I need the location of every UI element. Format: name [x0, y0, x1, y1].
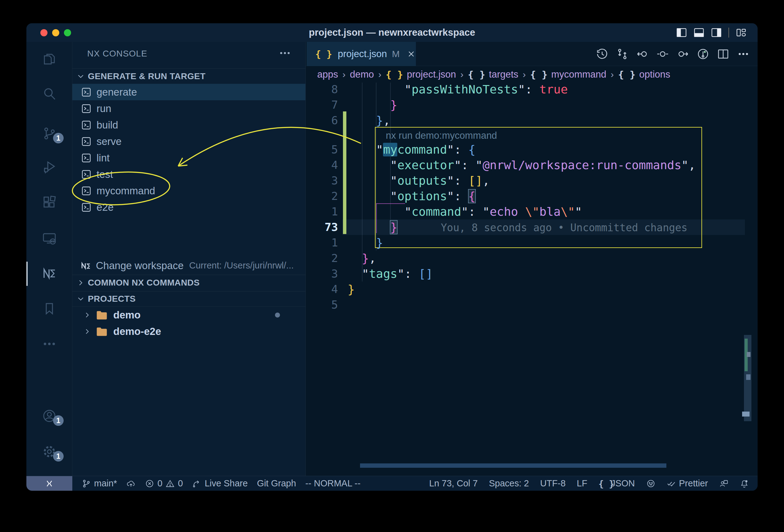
sidebar-item-e2e[interactable]: e2e	[72, 199, 305, 216]
code-line[interactable]: 4}	[306, 282, 758, 297]
sync-status[interactable]	[126, 479, 136, 488]
section-generate-run-target[interactable]: GENERATE & RUN TARGET	[72, 68, 305, 84]
code-line[interactable]: 5	[306, 297, 758, 313]
tab-project-json[interactable]: { } project.json M	[307, 42, 416, 66]
code-line[interactable]: 8 "passWithNoTests": true	[306, 83, 758, 97]
run-target-icon[interactable]	[697, 48, 709, 60]
sidebar-item-generate[interactable]: generate	[72, 84, 305, 100]
indentation[interactable]: Spaces: 2	[489, 478, 529, 488]
split-editor-icon[interactable]	[717, 48, 729, 60]
bell-dot-icon	[739, 479, 749, 488]
breadcrumb-item-project.json[interactable]: { }project.json	[386, 69, 456, 80]
code-line[interactable]: 2 },	[306, 250, 758, 266]
indentation-label: Spaces: 2	[489, 478, 529, 488]
project-item-label: demo	[113, 309, 141, 321]
toggle-sidebar-icon[interactable]	[676, 28, 687, 37]
json-file-icon: { }	[315, 49, 332, 60]
cursor-position[interactable]: Ln 73, Col 7	[429, 478, 478, 488]
sidebar-more-actions-icon[interactable]	[279, 48, 290, 59]
horizontal-scrollbar[interactable]	[360, 464, 666, 468]
git-compare-icon[interactable]	[616, 48, 628, 60]
editor-more-actions-icon[interactable]	[737, 48, 750, 60]
git-branch-status[interactable]: main*	[82, 478, 117, 488]
previous-change-icon[interactable]	[636, 48, 649, 60]
sidebar-item-label: build	[96, 119, 118, 131]
code-line[interactable]: 3 "tags": []	[306, 266, 758, 282]
scm-badge: 1	[53, 133, 64, 143]
remote-indicator[interactable]	[26, 476, 72, 491]
project-item-demo[interactable]: demo	[72, 307, 305, 323]
sidebar-item-lint[interactable]: lint	[72, 149, 305, 166]
prettier-status[interactable]: Prettier	[667, 478, 708, 488]
breadcrumb-item-apps[interactable]: apps	[317, 69, 338, 80]
code-line[interactable]: 73 }You, 8 seconds ago • Uncommitted cha…	[306, 219, 758, 235]
explorer-icon[interactable]	[26, 44, 72, 74]
git-branch-status-label: main*	[94, 478, 117, 488]
accounts-icon[interactable]: 1	[26, 401, 72, 431]
code-line[interactable]: 6 },	[306, 113, 758, 128]
breadcrumb-separator: ›	[611, 69, 614, 80]
close-tab-icon[interactable]	[407, 49, 416, 59]
code-line[interactable]: 5 "mycommand": {	[306, 142, 758, 157]
section-projects[interactable]: PROJECTS	[72, 291, 305, 307]
json-symbol-icon: { }	[618, 69, 636, 80]
code-line[interactable]: 1 }	[306, 235, 758, 250]
language-mode[interactable]: { }JSON	[598, 478, 635, 488]
eol-sequence-label: LF	[577, 478, 587, 488]
code-line[interactable]: 7 }	[306, 97, 758, 113]
timeline-icon[interactable]	[596, 48, 608, 60]
settings-gear-icon[interactable]: 1	[26, 437, 72, 467]
section-label: COMMON NX COMMANDS	[88, 278, 200, 288]
sidebar-item-test[interactable]: test	[72, 166, 305, 183]
sidebar-item-run[interactable]: run	[72, 100, 305, 117]
nx-console-icon[interactable]	[26, 258, 72, 288]
code-editor[interactable]: nx run demo:mycommand 8 "passWithNoTests…	[306, 83, 758, 476]
project-item-label: demo-e2e	[113, 326, 161, 337]
code-line[interactable]: 2 "options": {	[306, 188, 758, 204]
breadcrumb-item-mycommand[interactable]: { }mycommand	[530, 69, 606, 80]
sidebar-item-label: run	[96, 103, 111, 115]
breadcrumb-item-demo[interactable]: demo	[350, 69, 374, 80]
line-text: "passWithNoTests": true	[347, 83, 568, 97]
project-item-demo-e2e[interactable]: demo-e2e	[72, 323, 305, 340]
customize-layout-icon[interactable]	[736, 28, 747, 37]
extensions-icon[interactable]	[26, 188, 72, 217]
line-text: "outputs": [],	[347, 173, 490, 188]
sidebar-item-build[interactable]: build	[72, 117, 305, 133]
bookmarks-icon[interactable]	[26, 294, 72, 324]
section-common-nx-commands[interactable]: COMMON NX COMMANDS	[72, 275, 305, 290]
source-control-icon[interactable]: 1	[26, 118, 72, 148]
live-share-status[interactable]: Live Share	[192, 478, 248, 488]
copilot-status[interactable]	[646, 479, 655, 488]
vertical-scrollbar[interactable]	[744, 335, 751, 421]
sidebar-item-serve[interactable]: serve	[72, 133, 305, 149]
toggle-panel-icon[interactable]	[694, 28, 704, 37]
remote-explorer-icon[interactable]	[26, 223, 72, 253]
toggle-secondary-sidebar-icon[interactable]	[711, 28, 722, 37]
next-change-icon[interactable]	[677, 48, 689, 60]
sidebar-item-change-workspace[interactable]: Change workspace Current: /Users/juri/nr…	[72, 257, 305, 274]
eol-sequence[interactable]: LF	[577, 478, 587, 488]
breadcrumb-item-options[interactable]: { }options	[618, 69, 670, 80]
vim-mode-status[interactable]: -- NORMAL --	[305, 478, 361, 488]
sidebar-item-mycommand[interactable]: mycommand	[72, 183, 305, 199]
breadcrumb-item-targets[interactable]: { }targets	[468, 69, 518, 80]
code-line[interactable]: 1 "command": "echo \"bla\""	[306, 204, 758, 219]
code-line[interactable]: 3 "outputs": [],	[306, 173, 758, 188]
git-graph-status[interactable]: Git Graph	[257, 478, 296, 488]
notifications-bell[interactable]	[739, 479, 749, 488]
current-change-icon[interactable]	[656, 48, 669, 60]
run-debug-icon[interactable]	[26, 152, 72, 181]
code-line[interactable]: 4 "executor": "@nrwl/workspace:run-comma…	[306, 157, 758, 173]
window-title: project.json — newnxreactwrkspace	[26, 23, 758, 42]
problems-status-label: 0	[178, 478, 183, 488]
line-number: 3	[306, 266, 338, 282]
encoding[interactable]: UTF-8	[540, 478, 565, 488]
more-views-icon[interactable]	[26, 329, 72, 359]
live-share-status-label: Live Share	[204, 478, 248, 488]
live-share-contacts[interactable]	[719, 479, 728, 488]
search-icon[interactable]	[26, 79, 72, 109]
error-icon	[145, 479, 154, 488]
codelens-run-command[interactable]: nx run demo:mycommand	[386, 129, 497, 142]
problems-status[interactable]: 00	[145, 478, 183, 488]
